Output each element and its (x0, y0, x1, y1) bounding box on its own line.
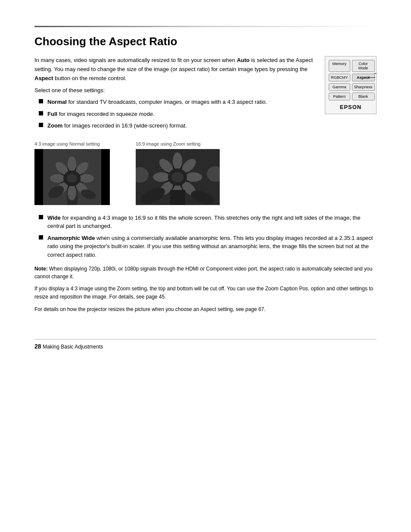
auto-term: Auto (237, 57, 250, 63)
svg-point-10 (68, 185, 76, 200)
remote-btn-colormode: Color Mode (352, 60, 375, 72)
bullet-anamorphic: Anamorphic Wide when using a commerciall… (39, 234, 377, 259)
bullet-square-5 (39, 235, 43, 240)
svg-rect-2 (101, 149, 110, 205)
info-text-1: If you display a 4:3 image using the Zoo… (34, 285, 377, 301)
normal-flower-svg (34, 149, 110, 205)
bullet-square-3 (39, 123, 43, 127)
bullet-normal-text: Normal for standard TV broadcasts, compu… (47, 98, 267, 106)
svg-point-20 (173, 152, 182, 170)
remote-btn-sharpness: Sharpness (352, 83, 375, 91)
remote-btn-aspect: Aspect (352, 74, 375, 81)
bullet-full-text: Full for images recorded in squeeze mode… (47, 110, 155, 118)
note-section: Note: When displaying 720p, 1080i, or 10… (34, 265, 377, 280)
remote-btn-memory: Memory (329, 60, 350, 72)
svg-rect-1 (34, 149, 43, 205)
svg-point-12 (50, 174, 65, 183)
svg-point-15 (67, 174, 77, 183)
bullet-square-1 (39, 99, 43, 103)
page-title: Choosing the Aspect Ratio (34, 35, 377, 48)
svg-point-6 (68, 156, 76, 172)
bullet-wide-text: Wide for expanding a 4:3 image to 16:9 s… (47, 214, 377, 230)
image-caption-zoom: 16:9 image using Zoom setting (136, 141, 200, 146)
svg-point-26 (153, 172, 170, 182)
footer-section: Making Basic Adjustments (43, 344, 103, 350)
image-section: 4:3 image using Normal setting (34, 141, 377, 205)
svg-rect-32 (170, 190, 185, 205)
svg-point-22 (185, 172, 202, 182)
note-label: Note: (34, 266, 48, 272)
bullet-zoom: Zoom for images recorded in 16:9 (wide-s… (39, 121, 377, 130)
bullet-list-2: Wide for expanding a 4:3 image to 16:9 s… (39, 214, 377, 259)
flower-image-zoom (136, 149, 220, 205)
remote-btn-gamma: Gamma (329, 83, 350, 91)
zoom-flower-svg (136, 149, 220, 205)
bullet-square-2 (39, 111, 43, 115)
bullet-anamorphic-text: Anamorphic Wide when using a commerciall… (47, 234, 377, 259)
svg-point-8 (78, 174, 94, 183)
header-rule (34, 26, 377, 27)
intro-section: Memory Color Mode RGBCMY Aspect Gamma Sh… (34, 56, 377, 134)
remote-btn-pattern: Pattern (329, 93, 350, 100)
remote-logo: EPSON (329, 104, 373, 110)
note-text: Note: When displaying 720p, 1080i, or 10… (34, 265, 377, 280)
flower-image-normal (34, 149, 110, 205)
image-block-zoom: 16:9 image using Zoom setting (136, 141, 220, 205)
remote-btn-rgbcmy: RGBCMY (329, 74, 350, 81)
remote-button-grid: Memory Color Mode RGBCMY Aspect Gamma Sh… (329, 60, 373, 100)
bullet-square-4 (39, 215, 43, 219)
info-text-2: For details on how the projector resizes… (34, 305, 377, 314)
bullet-normal: Normal for standard TV broadcasts, compu… (39, 98, 314, 106)
note-body: When displaying 720p, 1080i, or 1080p si… (34, 266, 372, 280)
footer-rule: 28 Making Basic Adjustments (34, 339, 377, 350)
image-caption-normal: 4:3 image using Normal setting (34, 141, 100, 146)
remote-btn-blank: Blank (352, 93, 375, 100)
aspect-term: Aspect (34, 75, 53, 81)
main-content: Memory Color Mode RGBCMY Aspect Gamma Sh… (34, 56, 377, 313)
svg-point-29 (171, 172, 184, 182)
bullet-zoom-text: Zoom for images recorded in 16:9 (wide-s… (47, 121, 187, 130)
aspect-arrow-line (374, 73, 377, 74)
page-container: Choosing the Aspect Ratio Memory Color M… (0, 0, 411, 376)
bullet-full: Full for images recorded in squeeze mode… (39, 110, 314, 118)
bullet-wide: Wide for expanding a 4:3 image to 16:9 s… (39, 214, 377, 230)
remote-float: Memory Color Mode RGBCMY Aspect Gamma Sh… (325, 56, 377, 114)
image-block-normal: 4:3 image using Normal setting (34, 141, 110, 205)
remote-image: Memory Color Mode RGBCMY Aspect Gamma Sh… (325, 56, 377, 114)
footer-page-number: 28 (34, 343, 41, 350)
